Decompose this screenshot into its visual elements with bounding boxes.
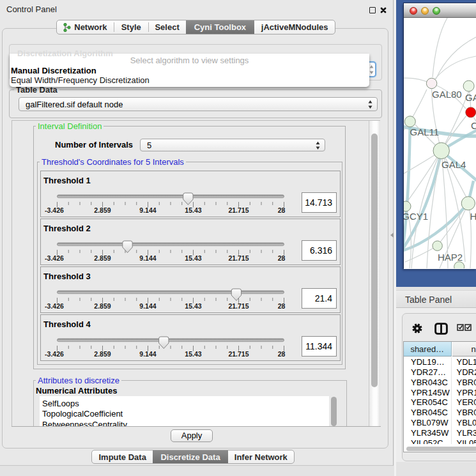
svg-text:GAL80: GAL80 xyxy=(432,89,462,100)
svg-text:GCY1: GCY1 xyxy=(404,211,428,222)
svg-text:GAL4: GAL4 xyxy=(441,159,466,170)
svg-text:GA: GA xyxy=(465,92,476,103)
svg-text:GAL11: GAL11 xyxy=(410,127,440,137)
svg-text:H: H xyxy=(470,211,476,222)
svg-text:C: C xyxy=(471,120,476,131)
svg-text:HAP2: HAP2 xyxy=(438,252,463,263)
